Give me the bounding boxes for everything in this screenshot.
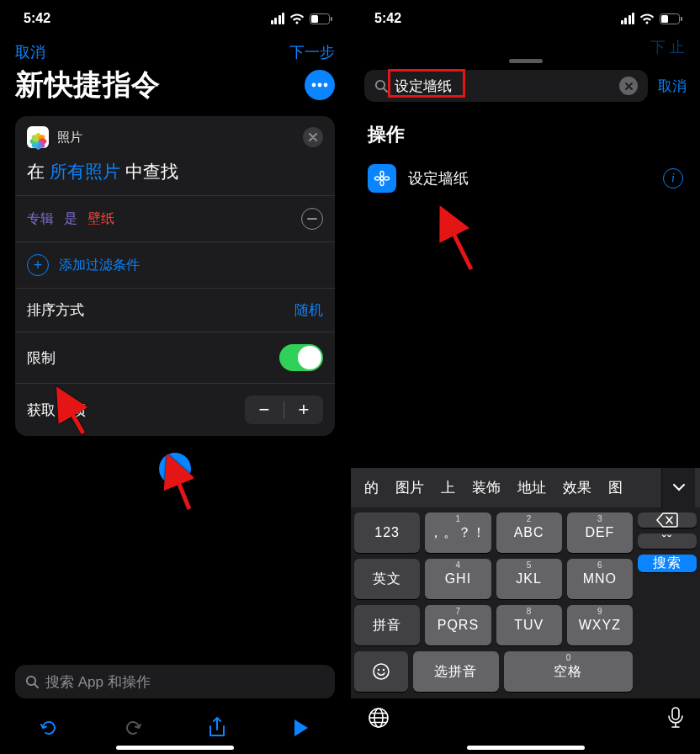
battery-icon [310, 13, 333, 24]
home-indicator[interactable] [467, 746, 585, 750]
key-mno[interactable]: 6MNO [567, 559, 633, 599]
home-indicator[interactable] [116, 746, 234, 750]
globe-button[interactable] [368, 707, 390, 732]
key-tuv[interactable]: 8TUV [496, 605, 562, 645]
status-bar: 5:42 [0, 0, 350, 37]
sort-label: 排序方式 [27, 300, 84, 320]
play-button[interactable] [283, 709, 320, 746]
search-icon [25, 675, 39, 688]
candidate[interactable]: 图 [600, 478, 631, 497]
add-filter-button[interactable]: + 添加过滤条件 [15, 242, 335, 288]
smiley-icon [372, 662, 390, 681]
share-icon [208, 717, 226, 739]
key-wxyz[interactable]: 9WXYZ [567, 605, 633, 645]
photos-app-icon [27, 126, 49, 148]
svg-line-15 [384, 88, 387, 92]
count-stepper[interactable]: − + [245, 396, 323, 424]
svg-point-23 [378, 669, 379, 671]
flower-icon [374, 170, 390, 187]
undo-button[interactable] [30, 709, 67, 746]
redo-icon [123, 718, 143, 738]
limit-row: 限制 [15, 332, 335, 383]
search-input[interactable] [395, 77, 612, 94]
search-placeholder: 搜索 App 和操作 [45, 672, 151, 692]
candidate[interactable]: 效果 [554, 478, 600, 497]
key-123[interactable]: 123 [354, 512, 420, 553]
key-select-pinyin[interactable]: 选拼音 [413, 651, 499, 692]
mic-icon [668, 707, 683, 729]
filter-op[interactable]: 是 [64, 210, 77, 228]
cancel-button[interactable]: 取消 [658, 77, 687, 96]
key-jkl[interactable]: 5JKL [496, 559, 562, 599]
remove-filter-button[interactable] [301, 208, 323, 230]
sort-value[interactable]: 随机 [294, 300, 323, 320]
backspace-icon [656, 512, 678, 528]
cellular-icon [619, 13, 634, 24]
candidate[interactable]: 上 [432, 478, 464, 497]
remove-action-button[interactable] [303, 127, 323, 147]
key-def[interactable]: 3DEF [567, 512, 633, 553]
search-header: 取消 [351, 70, 700, 110]
redo-button[interactable] [114, 709, 151, 746]
filter-row[interactable]: 专辑 是 壁纸 [15, 196, 335, 242]
section-label: 操作 [351, 110, 700, 154]
search-actions-field[interactable]: 搜索 App 和操作 [15, 665, 335, 698]
svg-point-20 [384, 177, 390, 180]
wifi-icon [289, 13, 305, 24]
status-time: 5:42 [374, 11, 401, 26]
svg-point-24 [383, 669, 384, 671]
bottom-search: 搜索 App 和操作 [0, 665, 350, 709]
filter-value[interactable]: 壁纸 [88, 210, 114, 228]
candidate[interactable]: 地址 [509, 478, 554, 497]
battery-icon [660, 13, 683, 24]
candidate[interactable]: 的 [356, 478, 387, 497]
filter-key[interactable]: 专辑 [27, 210, 54, 228]
share-button[interactable] [199, 709, 236, 746]
candidate-bar[interactable]: 的 图片 上 装饰 地址 效果 图 [351, 467, 700, 507]
dictation-button[interactable] [668, 707, 683, 732]
key-search[interactable]: 搜索 [638, 555, 697, 572]
key-delete[interactable] [638, 512, 697, 528]
key-english[interactable]: 英文 [354, 559, 420, 599]
candidate[interactable]: 装饰 [464, 478, 509, 497]
candidate[interactable]: 图片 [387, 478, 432, 497]
action-line[interactable]: 在 所有照片 中查找 [15, 155, 335, 195]
svg-rect-2 [331, 17, 332, 21]
svg-rect-12 [661, 15, 668, 23]
expand-candidates-button[interactable] [661, 468, 695, 508]
token-all-photos[interactable]: 所有照片 [50, 162, 120, 181]
limit-label: 限制 [27, 348, 56, 368]
svg-rect-13 [681, 17, 682, 21]
limit-toggle[interactable] [279, 344, 323, 371]
key-space[interactable]: 0空格 [504, 651, 633, 692]
key-ghi[interactable]: 4GHI [425, 559, 491, 599]
sheet-grabber[interactable] [509, 59, 543, 63]
minus-icon [307, 218, 317, 220]
play-icon [293, 719, 310, 737]
clear-search-button[interactable] [619, 77, 638, 95]
next-button[interactable]: 下一步 [289, 42, 335, 62]
svg-rect-1 [311, 15, 318, 23]
close-icon [625, 82, 633, 90]
nav-bar: 取消 下一步 [0, 37, 350, 62]
add-action-button[interactable]: + [159, 453, 191, 485]
key-emoji[interactable] [354, 651, 408, 692]
get-count-label: 获取 1 项 [27, 401, 86, 420]
key-pinyin[interactable]: 拼音 [354, 605, 420, 645]
cancel-button[interactable]: 取消 [15, 42, 45, 62]
sort-row[interactable]: 排序方式 随机 [15, 289, 335, 332]
card-app-name: 照片 [57, 130, 82, 146]
page-title: 新快捷指令 [15, 66, 161, 104]
key-punct[interactable]: 1，。？！ [425, 512, 491, 553]
stepper-minus[interactable]: − [245, 396, 284, 424]
key-pqrs[interactable]: 7PQRS [425, 605, 491, 645]
info-button[interactable]: i [663, 168, 683, 188]
search-input-wrap[interactable] [364, 70, 648, 102]
stepper-plus[interactable]: + [284, 396, 323, 424]
key-abc[interactable]: 2ABC [496, 512, 562, 553]
status-bar: 5:42 [351, 0, 700, 37]
search-result-row[interactable]: 设定墙纸 i [351, 154, 700, 203]
svg-line-8 [34, 684, 38, 688]
more-button[interactable] [305, 70, 335, 100]
key-tone[interactable]: ˇˇ [638, 534, 697, 549]
